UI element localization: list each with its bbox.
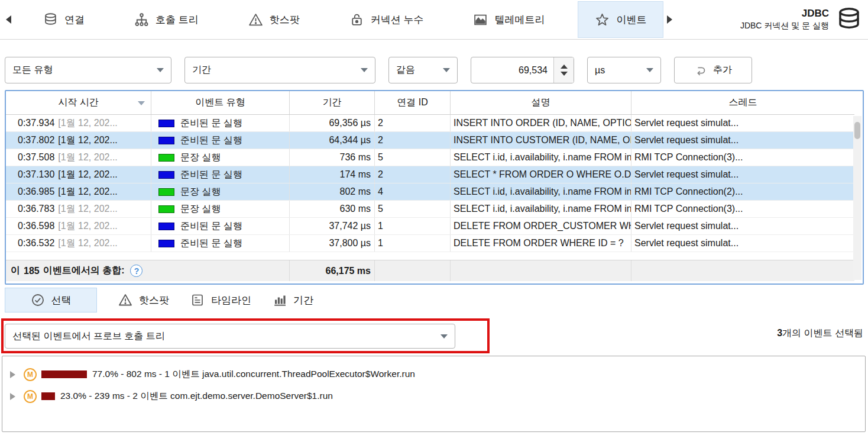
connection-id-cell: 2 [375, 115, 451, 131]
event-type-filter-dropdown[interactable]: 모든 유형 [5, 57, 171, 83]
tab-call-tree[interactable]: 호출 트리 [118, 1, 215, 38]
tree-node-text: 23.0% - 239 ms - 2 이벤트 com.ejt.demo.serv… [60, 390, 333, 402]
dropdown-value: 같음 [396, 64, 415, 76]
time-percentage-bar [41, 370, 87, 378]
column-header-thread[interactable]: 스레드 [631, 91, 854, 114]
detail-tab-label: 기간 [293, 294, 313, 307]
selection-status-label: 개의 이벤트 선택됨 [782, 328, 863, 338]
dropdown-value: 기간 [192, 64, 211, 76]
table-row[interactable]: 0:36.783[1월 12, 202...문장 실행630 ms5SELECT… [6, 201, 854, 218]
tree-node[interactable]: M23.0% - 239 ms - 2 이벤트 com.ejt.demo.ser… [2, 385, 865, 407]
event-type-label: 준비된 문 실행 [180, 169, 242, 181]
probe-subtitle: JDBC 커넥션 및 문 실행 [740, 21, 829, 31]
tree-node-text: 77.0% - 802 ms - 1 이벤트 java.util.concurr… [92, 368, 415, 381]
dropdown-value: µs [595, 65, 605, 76]
probe-title: JDBC [740, 8, 829, 20]
measure-filter-dropdown[interactable]: 기간 [184, 57, 375, 83]
detail-tab-durations[interactable]: 기간 [273, 288, 313, 312]
table-row[interactable]: 0:37.508[1월 12, 202...문장 실행736 ms5SELECT… [6, 149, 854, 166]
duration-cell: 736 ms [290, 149, 375, 166]
column-label: 이벤트 유형 [195, 96, 245, 109]
tab-connection-leaks[interactable]: 커넥션 누수 [333, 1, 441, 38]
event-type-swatch [158, 223, 174, 230]
expand-icon[interactable] [10, 393, 15, 400]
scroll-left-icon[interactable] [6, 15, 11, 24]
probe-header: JDBC JDBC 커넥션 및 문 실행 [740, 7, 868, 33]
table-row[interactable]: 0:36.532[1월 12, 202...준비된 문 실행37,800 µs1… [6, 235, 854, 252]
detail-tab-label: 선택 [51, 294, 72, 307]
tab-connections[interactable]: 연결 [27, 1, 101, 38]
table-row[interactable]: 0:36.598[1월 12, 202...준비된 문 실행37,742 µs1… [6, 218, 854, 235]
help-icon[interactable]: ? [130, 265, 142, 277]
thread-cell: Servlet request simulat... [631, 235, 854, 252]
call-tree-rows: M77.0% - 802 ms - 1 이벤트 java.util.concur… [2, 363, 865, 407]
column-header-start-time[interactable]: 시작 시간 [6, 91, 151, 114]
column-header-connection-id[interactable]: 연결 ID [375, 91, 451, 114]
tab-telemetries[interactable]: 텔레메트리 [456, 1, 561, 38]
event-type-swatch [158, 171, 174, 179]
event-type-label: 문장 실행 [180, 152, 221, 164]
check-circle-icon [31, 293, 45, 307]
detail-tab-timeline[interactable]: 타임라인 [190, 288, 251, 312]
detail-tab-hotspots[interactable]: 핫스팟 [118, 288, 169, 312]
probe-call-tree-panel: M77.0% - 802 ms - 1 이벤트 java.util.concur… [2, 356, 866, 432]
start-time-value: 0:37.802 [18, 135, 54, 146]
table-row[interactable]: 0:37.802[1월 12, 202...준비된 문 실행64,344 µs2… [6, 132, 854, 149]
spinner-buttons[interactable] [553, 57, 574, 83]
column-header-event-type[interactable]: 이벤트 유형 [151, 91, 290, 114]
connection-id-cell: 1 [375, 218, 451, 234]
thread-cell: RMI TCP Connection(3)... [631, 201, 854, 217]
start-time-cell: 0:37.130[1월 12, 202... [6, 166, 151, 183]
operator-filter-dropdown[interactable]: 같음 [388, 57, 458, 83]
scrollbar-thumb[interactable] [854, 122, 860, 139]
filter-value-spinner[interactable]: 69,534 [471, 57, 574, 83]
selected-event-count: 3 [777, 328, 782, 338]
jdbc-database-icon [836, 7, 862, 33]
table-empty-area [6, 252, 863, 260]
column-label: 시작 시간 [58, 96, 98, 109]
tab-label: 핫스팟 [270, 13, 300, 27]
event-type-label: 준비된 문 실행 [180, 134, 242, 147]
spinner-down-icon[interactable] [561, 72, 568, 76]
total-empty-cell [451, 260, 631, 281]
tab-label: 이벤트 [616, 13, 646, 27]
scroll-right-icon[interactable] [667, 15, 672, 24]
connection-id-cell: 2 [375, 132, 451, 149]
table-row[interactable]: 0:36.985[1월 12, 202...문장 실행802 ms4SELECT… [6, 183, 854, 201]
time-percentage-bar [41, 392, 55, 400]
start-time-value: 0:36.532 [18, 238, 54, 249]
start-time-cell: 0:37.934[1월 12, 202... [6, 115, 151, 131]
histogram-icon [273, 293, 287, 307]
unit-dropdown[interactable]: µs [587, 57, 661, 83]
column-header-description[interactable]: 설명 [451, 91, 631, 114]
column-label: 스레드 [729, 96, 757, 109]
total-prefix: 이 [11, 265, 20, 277]
call-tree-icon [134, 12, 149, 27]
event-type-cell: 문장 실행 [151, 201, 290, 217]
tab-hotspots[interactable]: 핫스팟 [232, 1, 316, 38]
thread-cell: Servlet request simulat... [631, 132, 854, 149]
tab-label: 호출 트리 [156, 13, 199, 27]
event-type-swatch [158, 120, 174, 127]
event-type-cell: 준비된 문 실행 [151, 166, 290, 183]
table-row[interactable]: 0:37.130[1월 12, 202...준비된 문 실행174 ms2SEL… [6, 166, 854, 183]
sort-descending-icon [138, 101, 145, 105]
table-row[interactable]: 0:37.934[1월 12, 202...준비된 문 실행69,356 µs2… [6, 115, 854, 132]
event-type-label: 준비된 문 실행 [180, 220, 242, 233]
event-type-swatch [158, 188, 174, 196]
spinner-up-icon[interactable] [561, 65, 568, 69]
analysis-type-dropdown[interactable]: 선택된 이벤트에서 프로브 호출 트리 [5, 324, 455, 349]
view-tabs: 연결 호출 트리 핫스팟 커넥션 누수 텔레메트리 [27, 0, 663, 39]
detail-tab-selection[interactable]: 선택 [5, 288, 97, 312]
chevron-down-icon [361, 68, 368, 72]
warning-triangle-icon [118, 293, 132, 307]
add-filter-label: 추가 [713, 64, 732, 76]
start-time-cell: 0:37.802[1월 12, 202... [6, 132, 151, 149]
vertical-scrollbar[interactable] [853, 116, 861, 280]
add-filter-button[interactable]: 추가 [674, 57, 752, 83]
tree-node[interactable]: M77.0% - 802 ms - 1 이벤트 java.util.concur… [2, 363, 865, 385]
column-header-duration[interactable]: 기간 [290, 91, 375, 114]
tab-events[interactable]: 이벤트 [578, 1, 663, 38]
total-empty-cell [631, 260, 854, 281]
expand-icon[interactable] [10, 371, 15, 378]
